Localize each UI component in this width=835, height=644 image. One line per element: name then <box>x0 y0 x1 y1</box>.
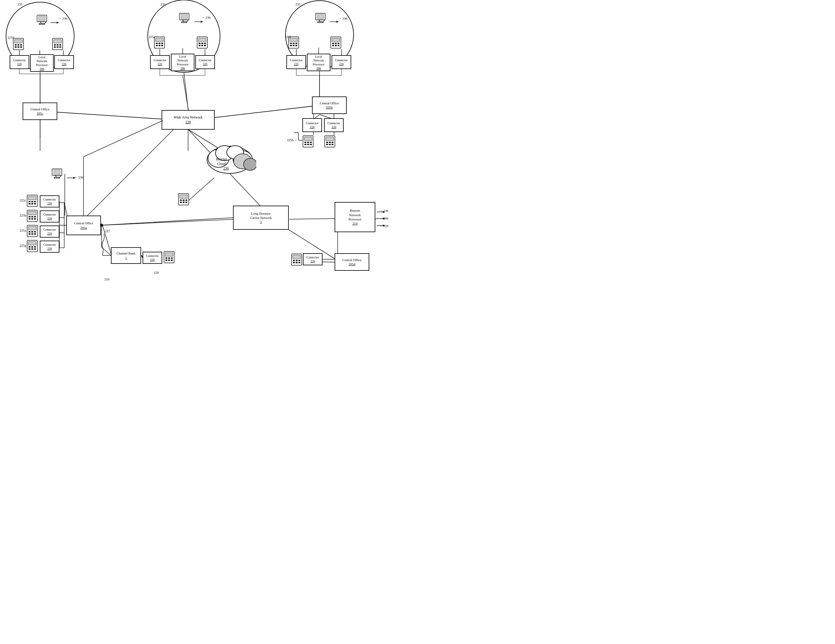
svg-marker-130 <box>55 176 61 177</box>
svg-rect-187 <box>299 262 300 263</box>
svg-rect-89 <box>293 43 294 44</box>
svg-rect-98 <box>338 43 340 44</box>
svg-rect-176 <box>171 257 173 259</box>
svg-rect-75 <box>198 38 206 42</box>
svg-rect-171 <box>34 249 36 250</box>
svg-line-39 <box>102 219 235 225</box>
svg-rect-49 <box>18 44 19 46</box>
svg-marker-33 <box>201 21 203 23</box>
connector-right-1: Connector 226 <box>286 55 306 69</box>
svg-rect-88 <box>290 43 292 44</box>
svg-rect-51 <box>15 46 16 48</box>
svg-rect-48 <box>15 44 16 46</box>
ref-236-left: → 236 <box>58 16 67 20</box>
svg-rect-112 <box>326 142 328 143</box>
svg-rect-71 <box>156 45 158 46</box>
connector-bottom-d: Connector 226 <box>303 253 323 265</box>
svg-rect-63 <box>181 14 187 19</box>
svg-rect-178 <box>168 260 170 261</box>
ref-225a: 225a <box>19 229 26 232</box>
svg-rect-131 <box>54 177 60 178</box>
svg-rect-69 <box>159 43 160 44</box>
svg-rect-161 <box>29 233 31 234</box>
central-office-205c: Central Office 205c <box>23 102 57 120</box>
phone-center-2 <box>197 36 208 50</box>
svg-rect-100 <box>335 45 337 46</box>
svg-rect-117 <box>331 144 333 145</box>
phone-center-1 <box>154 36 165 50</box>
svg-rect-83 <box>317 14 324 19</box>
svg-rect-81 <box>204 45 206 46</box>
phone-cloud <box>178 193 189 207</box>
rnp-214: Remote Network Processor 214 <box>335 202 375 232</box>
phone-225h-2 <box>324 135 336 149</box>
svg-rect-108 <box>307 144 309 145</box>
svg-text:236: 236 <box>223 166 229 170</box>
svg-rect-146 <box>31 203 33 205</box>
phone-left-2 <box>52 38 63 52</box>
svg-rect-103 <box>304 137 312 140</box>
channel-bank: Channel Bank 1 <box>111 247 141 264</box>
svg-rect-45 <box>39 23 45 24</box>
svg-marker-84 <box>318 20 325 22</box>
svg-rect-104 <box>304 142 306 143</box>
svg-marker-31 <box>57 22 59 23</box>
connector-center-2: Connector 226 <box>195 55 215 69</box>
svg-rect-141 <box>28 196 36 200</box>
svg-rect-154 <box>31 218 33 220</box>
svg-rect-57 <box>57 44 58 46</box>
svg-rect-50 <box>20 44 22 46</box>
svg-rect-135 <box>183 200 185 201</box>
computer-center <box>178 13 193 26</box>
network-diagram: Connector 226 LocalNetworkProcessor 206 … <box>0 0 418 322</box>
svg-rect-184 <box>299 260 300 261</box>
svg-rect-77 <box>201 43 203 44</box>
svg-rect-174 <box>166 257 167 259</box>
svg-rect-134 <box>180 200 182 201</box>
connector-225c: Connector 226 <box>40 195 59 207</box>
svg-rect-101 <box>338 45 340 46</box>
svg-rect-106 <box>310 142 312 143</box>
svg-rect-59 <box>54 46 56 48</box>
svg-rect-92 <box>293 45 294 46</box>
svg-rect-114 <box>331 142 333 143</box>
connector-225b: Connector 226 <box>40 210 59 223</box>
ref-225c: 225c <box>19 198 26 202</box>
svg-rect-144 <box>34 201 36 202</box>
svg-rect-113 <box>329 142 331 143</box>
svg-rect-90 <box>296 43 297 44</box>
svg-rect-99 <box>332 45 334 46</box>
svg-rect-139 <box>185 202 187 203</box>
svg-rect-147 <box>34 203 36 205</box>
svg-rect-143 <box>31 201 33 202</box>
svg-rect-155 <box>34 218 36 220</box>
svg-rect-169 <box>29 249 31 250</box>
computer-bottom <box>50 168 66 182</box>
svg-rect-53 <box>20 46 22 48</box>
svg-rect-159 <box>31 231 33 233</box>
svg-line-209 <box>57 112 162 119</box>
svg-rect-80 <box>201 45 203 46</box>
svg-rect-151 <box>31 216 33 217</box>
svg-rect-105 <box>307 142 309 143</box>
svg-line-7 <box>214 106 314 117</box>
svg-rect-150 <box>29 216 31 217</box>
ref-235-left: 235 <box>18 2 23 6</box>
svg-rect-68 <box>156 43 158 44</box>
svg-rect-61 <box>59 46 61 48</box>
svg-rect-167 <box>31 246 33 247</box>
svg-rect-78 <box>204 43 206 44</box>
svg-rect-137 <box>180 202 182 203</box>
svg-rect-182 <box>293 260 295 261</box>
svg-rect-142 <box>29 201 31 202</box>
svg-rect-183 <box>296 260 297 261</box>
svg-rect-72 <box>159 45 160 46</box>
svg-rect-152 <box>34 216 36 217</box>
connector-right-2: Connector 226 <box>331 55 351 69</box>
ref-210: 210 <box>104 277 109 281</box>
connector-left-1-ref: 226 <box>17 62 22 66</box>
svg-rect-181 <box>293 255 301 259</box>
ref-225e: 225e <box>149 35 155 39</box>
ref-237: 237 <box>105 229 110 233</box>
ref-225b: 225b <box>19 213 26 217</box>
